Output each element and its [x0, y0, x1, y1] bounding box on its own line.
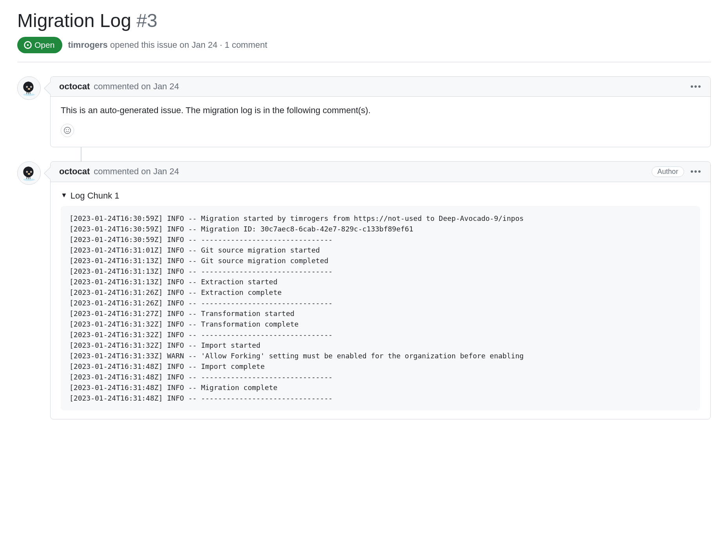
svg-point-5 — [27, 86, 27, 87]
comment-header: octocat commented on Jan 24 Author ••• — [51, 162, 710, 182]
status-label: Open — [34, 40, 54, 50]
comment-row: octocat commented on Jan 24 ••• This is … — [17, 76, 711, 147]
issue-number: #3 — [136, 10, 157, 31]
comment-text: This is an auto-generated issue. The mig… — [61, 104, 700, 117]
disclosure-triangle-icon: ▼ — [61, 190, 67, 201]
log-chunk-toggle[interactable]: ▼ Log Chunk 1 — [61, 189, 700, 202]
comment-box: octocat commented on Jan 24 Author ••• ▼… — [50, 161, 711, 419]
comments-thread: octocat commented on Jan 24 ••• This is … — [17, 76, 711, 419]
comment-menu-button[interactable]: ••• — [690, 167, 702, 176]
issue-author-link[interactable]: timrogers — [68, 40, 107, 50]
comment-menu-button[interactable]: ••• — [690, 82, 702, 91]
issue-open-icon — [24, 41, 32, 49]
svg-point-8 — [64, 127, 71, 134]
add-reaction-button[interactable] — [61, 124, 74, 137]
comment-body: ▼ Log Chunk 1 [2023-01-24T16:30:59Z] INF… — [51, 182, 710, 419]
svg-point-10 — [68, 129, 69, 130]
octocat-icon — [21, 80, 37, 96]
comment-author[interactable]: octocat — [59, 166, 90, 177]
author-badge: Author — [652, 166, 684, 177]
avatar[interactable] — [17, 76, 41, 100]
comment-box: octocat commented on Jan 24 ••• This is … — [50, 76, 711, 147]
svg-point-14 — [27, 171, 27, 172]
status-badge: Open — [17, 37, 62, 53]
issue-title-text: Migration Log — [17, 10, 131, 31]
svg-point-16 — [28, 173, 30, 175]
svg-point-11 — [23, 178, 34, 181]
comment-row: octocat commented on Jan 24 Author ••• ▼… — [17, 161, 711, 419]
comment-header: octocat commented on Jan 24 ••• — [51, 77, 710, 97]
issue-opened-meta: timrogers opened this issue on Jan 24 · … — [68, 40, 267, 50]
issue-opened-text: opened this issue on Jan 24 · 1 comment — [108, 40, 267, 50]
avatar[interactable] — [17, 161, 41, 185]
svg-point-6 — [31, 86, 31, 87]
issue-title: Migration Log #3 — [17, 9, 711, 32]
svg-point-7 — [28, 88, 30, 90]
octocat-icon — [21, 165, 37, 181]
issue-meta-row: Open timrogers opened this issue on Jan … — [17, 37, 711, 62]
comment-timestamp[interactable]: commented on Jan 24 — [94, 166, 179, 177]
svg-point-2 — [23, 93, 34, 96]
comment-author[interactable]: octocat — [59, 81, 90, 92]
comment-body: This is an auto-generated issue. The mig… — [51, 97, 710, 147]
svg-point-1 — [27, 44, 29, 45]
smiley-icon — [63, 126, 72, 135]
log-output: [2023-01-24T16:30:59Z] INFO -- Migration… — [61, 206, 700, 410]
svg-point-9 — [66, 129, 67, 130]
comment-timestamp[interactable]: commented on Jan 24 — [94, 81, 179, 92]
log-chunk-title: Log Chunk 1 — [71, 189, 120, 202]
svg-point-15 — [31, 171, 31, 172]
